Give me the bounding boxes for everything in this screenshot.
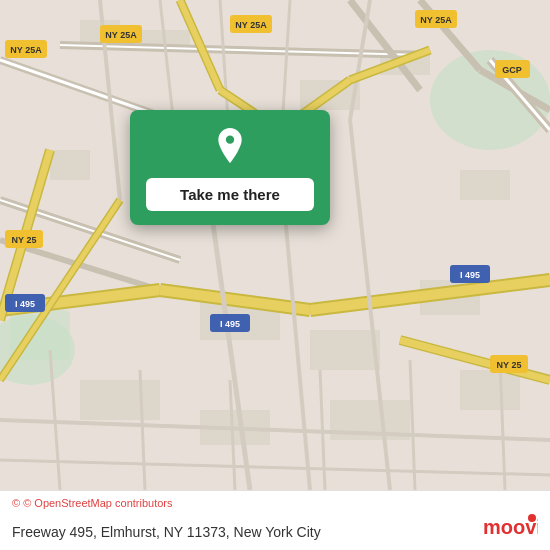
take-me-there-button[interactable]: Take me there bbox=[146, 178, 314, 211]
svg-rect-11 bbox=[80, 380, 160, 420]
svg-point-85 bbox=[226, 136, 234, 144]
svg-text:GCP: GCP bbox=[502, 65, 522, 75]
copyright-text: © © OpenStreetMap contributors bbox=[12, 497, 173, 509]
svg-text:NY 25A: NY 25A bbox=[105, 30, 137, 40]
moovit-logo-svg: moovit bbox=[483, 512, 538, 540]
svg-rect-14 bbox=[460, 370, 520, 410]
svg-text:I 495: I 495 bbox=[220, 319, 240, 329]
svg-text:I 495: I 495 bbox=[15, 299, 35, 309]
svg-text:NY 25A: NY 25A bbox=[420, 15, 452, 25]
svg-text:NY 25A: NY 25A bbox=[10, 45, 42, 55]
svg-text:NY 25: NY 25 bbox=[497, 360, 522, 370]
svg-text:I 495: I 495 bbox=[460, 270, 480, 280]
location-pin-icon bbox=[210, 128, 250, 168]
map-container[interactable]: NY 25A NY 25A NY 25A NY 25A GCP NY 25 I … bbox=[0, 0, 550, 490]
bottom-bar: © © OpenStreetMap contributors Freeway 4… bbox=[0, 490, 550, 550]
svg-text:NY 25A: NY 25A bbox=[235, 20, 267, 30]
svg-rect-9 bbox=[310, 330, 380, 370]
location-popup: Take me there bbox=[130, 110, 330, 225]
svg-rect-15 bbox=[50, 150, 90, 180]
address-text: Freeway 495, Elmhurst, NY 11373, New Yor… bbox=[12, 524, 538, 540]
copyright-symbol: © bbox=[12, 497, 20, 509]
svg-text:NY 25: NY 25 bbox=[12, 235, 37, 245]
svg-point-87 bbox=[528, 514, 536, 522]
moovit-logo: moovit bbox=[483, 512, 538, 540]
svg-rect-16 bbox=[460, 170, 510, 200]
